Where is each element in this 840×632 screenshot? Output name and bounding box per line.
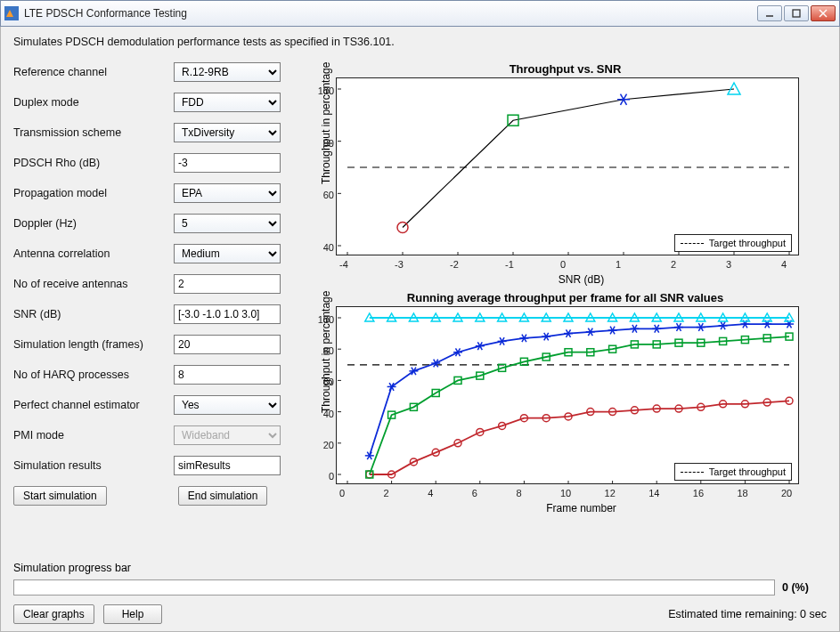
input-harq[interactable] [174,365,281,385]
label-propagation-model: Propagation model [13,187,174,199]
content-area: Simulates PDSCH demodulation performance… [0,27,840,632]
description-text: Simulates PDSCH demodulation performance… [13,36,827,48]
chart1-xlabel: SNR (dB) [336,273,827,286]
chart1-legend-text: Target throughput [709,238,786,248]
close-button[interactable] [811,5,836,21]
label-transmission-scheme: Transmission scheme [13,126,174,139]
progress-bar [13,579,775,596]
label-sim-results: Simulation results [13,459,174,472]
dash-icon [681,472,704,473]
label-harq: No of HARQ processes [13,369,174,381]
label-pdsch-rho: PDSCH Rho (dB) [13,157,174,169]
label-doppler: Doppler (Hz) [13,217,174,230]
svg-point-19 [397,222,408,232]
chart2-legend: Target throughput [674,463,792,481]
input-snr[interactable] [174,304,281,324]
label-snr: SNR (dB) [13,308,174,320]
chart2-xlabel: Frame number [336,502,827,515]
svg-line-25 [621,94,624,100]
input-pdsch-rho[interactable] [174,153,281,173]
select-transmission-scheme[interactable]: TxDiversity [174,123,281,142]
select-reference-channel[interactable]: R.12-9RB [174,62,281,82]
chart1-plot [336,77,799,255]
clear-graphs-button[interactable]: Clear graphs [13,604,94,624]
svg-line-22 [624,100,627,105]
label-reference-channel: Reference channel [13,66,174,78]
input-sim-length[interactable] [174,335,281,354]
minimize-button[interactable] [757,5,782,21]
charts-panel: Throughput vs. SNR Throughput in percent… [304,62,827,518]
select-antenna-correlation[interactable]: Medium [174,244,281,263]
select-duplex-mode[interactable]: FDD [174,93,281,112]
help-button[interactable]: Help [103,604,163,624]
chart2-title: Running average throughput per frame for… [304,291,827,304]
label-antenna-correlation: Antenna correlation [13,247,174,260]
maximize-button[interactable] [784,5,809,21]
label-pmi-mode: PMI mode [13,429,174,442]
svg-line-26 [624,94,627,100]
label-rx-antennas: No of receive antennas [13,278,174,290]
select-doppler[interactable]: 5 [174,214,281,233]
eta-text: Estimated time remaining: 0 sec [668,608,827,620]
chart2-plot [336,306,799,484]
svg-rect-2 [793,10,800,17]
input-rx-antennas[interactable] [174,274,281,294]
select-propagation-model[interactable]: EPA [174,183,281,203]
select-pmi-mode: Wideband [174,425,281,445]
dash-icon [681,243,704,244]
label-perfect-est: Perfect channel estimator [13,399,174,411]
select-perfect-est[interactable]: Yes [174,395,281,415]
chart-throughput-vs-snr: Throughput vs. SNR Throughput in percent… [304,62,827,286]
end-simulation-button[interactable]: End simulation [178,486,268,506]
label-sim-length: Simulation length (frames) [13,338,174,351]
start-simulation-button[interactable]: Start simulation [13,486,107,506]
window-titlebar: LTE PDSCH Conformance Testing [0,0,840,27]
window-title: LTE PDSCH Conformance Testing [24,7,757,20]
chart2-legend-text: Target throughput [709,466,786,477]
label-duplex-mode: Duplex mode [13,96,174,109]
chart1-legend: Target throughput [674,234,792,252]
chart-running-average: Running average throughput per frame for… [304,291,827,515]
input-sim-results[interactable] [174,456,281,475]
progress-label: Simulation progress bar [13,562,827,574]
chart1-title: Throughput vs. SNR [304,62,827,76]
app-icon [4,6,19,20]
parameters-panel: Reference channelR.12-9RB Duplex modeFDD… [13,62,298,506]
progress-percent: 0 (%) [782,581,827,594]
